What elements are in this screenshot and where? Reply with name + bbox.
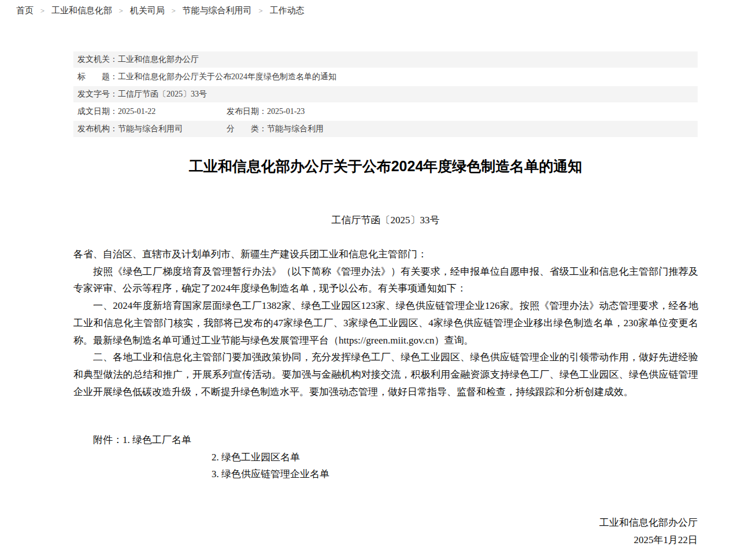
meta-row-dates: 成文日期：2025-01-22 发布日期：2025-01-23 xyxy=(73,104,698,120)
meta-value: 工信厅节函〔2025〕33号 xyxy=(118,90,207,98)
paragraph-item-2: 二、各地工业和信息化主管部门要加强政策协同，充分发挥绿色工厂、绿色工业园区、绿色… xyxy=(73,349,698,400)
attachment-line-1: 附件：1. 绿色工厂名单 xyxy=(73,431,698,449)
breadcrumb-departments[interactable]: 机关司局 xyxy=(130,6,165,15)
breadcrumb-separator: > xyxy=(40,6,45,15)
meta-value: 2025-01-22 xyxy=(118,107,155,116)
signature-date: 2025年1月22日 xyxy=(73,532,698,546)
meta-cell: 发文机关：工业和信息化部办公厅 xyxy=(77,51,199,68)
breadcrumb-separator: > xyxy=(171,6,175,15)
breadcrumb-separator: > xyxy=(258,6,262,15)
document-meta-table: 发文机关：工业和信息化部办公厅 标 题：工业和信息化部办公厅关于公布2024年度… xyxy=(73,51,698,138)
attachment-link-green-factory[interactable]: 1. 绿色工厂名单 xyxy=(123,434,191,445)
paragraph-intro: 按照《绿色工厂梯度培育及管理暂行办法》（以下简称《管理办法》）有关要求，经申报单… xyxy=(73,263,698,297)
meta-label: 发文机关： xyxy=(77,55,118,64)
paragraph-salutation: 各省、自治区、直辖市及计划单列市、新疆生产建设兵团工业和信息化主管部门： xyxy=(73,246,698,263)
meta-value: 工业和信息化部办公厅 xyxy=(118,55,199,64)
meta-label: 发布机构： xyxy=(77,124,118,133)
document-page: { "breadcrumb": { "separator": ">", "ite… xyxy=(0,0,756,546)
article-body: 各省、自治区、直辖市及计划单列市、新疆生产建设兵团工业和信息化主管部门： 按照《… xyxy=(73,246,698,400)
meta-row-doc-number: 发文字号：工信厅节函〔2025〕33号 xyxy=(73,86,698,102)
meta-label: 分 类： xyxy=(227,124,267,133)
page-title: 工业和信息化部办公厅关于公布2024年度绿色制造名单的通知 xyxy=(73,156,698,176)
paragraph-item-1: 一、2024年度新培育国家层面绿色工厂1382家、绿色工业园区123家、绿色供应… xyxy=(73,297,698,349)
signature-org: 工业和信息化部办公厅 xyxy=(73,514,698,532)
meta-cell: 标 题：工业和信息化部办公厅关于公布2024年度绿色制造名单的通知 xyxy=(77,69,336,85)
document-number: 工信厅节函〔2025〕33号 xyxy=(73,212,698,228)
meta-row-publisher-category: 发布机构：节能与综合利用司 分 类：节能与综合利用 xyxy=(73,121,698,137)
meta-label: 成文日期： xyxy=(77,107,118,116)
breadcrumb-miit[interactable]: 工业和信息化部 xyxy=(51,6,112,15)
breadcrumb-energy-dept[interactable]: 节能与综合利用司 xyxy=(183,6,252,15)
meta-label: 发布日期： xyxy=(227,107,267,116)
meta-row-title: 标 题：工业和信息化部办公厅关于公布2024年度绿色制造名单的通知 xyxy=(73,69,698,85)
meta-cell-category: 分 类：节能与综合利用 xyxy=(227,121,324,137)
attachment-line-2: 2. 绿色工业园区名单 xyxy=(73,449,698,466)
meta-cell-publish-date: 发布日期：2025-01-23 xyxy=(227,104,305,120)
meta-label: 发文字号： xyxy=(77,90,118,98)
meta-value: 2025-01-23 xyxy=(267,107,305,116)
meta-row-issuing-org: 发文机关：工业和信息化部办公厅 xyxy=(73,51,698,68)
breadcrumb-separator: > xyxy=(119,6,123,15)
breadcrumb-work-news[interactable]: 工作动态 xyxy=(269,6,304,15)
attachment-line-3: 3. 绿色供应链管理企业名单 xyxy=(73,466,698,483)
meta-label: 标 题： xyxy=(77,72,118,81)
attachments-section: 附件：1. 绿色工厂名单 2. 绿色工业园区名单 3. 绿色供应链管理企业名单 xyxy=(73,431,698,483)
breadcrumb-home[interactable]: 首页 xyxy=(16,6,34,15)
attachments-label: 附件： xyxy=(93,434,123,445)
meta-value: 节能与综合利用司 xyxy=(118,124,183,133)
breadcrumb: 首页 > 工业和信息化部 > 机关司局 > 节能与综合利用司 > 工作动态 xyxy=(16,5,304,16)
signature-block: 工业和信息化部办公厅 2025年1月22日 xyxy=(73,514,698,546)
attachment-link-green-industrial-park[interactable]: 2. 绿色工业园区名单 xyxy=(212,452,300,463)
attachment-link-green-supply-chain[interactable]: 3. 绿色供应链管理企业名单 xyxy=(212,468,329,479)
meta-value: 节能与综合利用 xyxy=(267,124,324,133)
meta-cell-written-date: 成文日期：2025-01-22 xyxy=(77,104,227,120)
meta-cell: 发文字号：工信厅节函〔2025〕33号 xyxy=(77,86,207,102)
meta-value: 工业和信息化部办公厅关于公布2024年度绿色制造名单的通知 xyxy=(118,72,336,81)
meta-cell-publisher: 发布机构：节能与综合利用司 xyxy=(77,121,227,137)
